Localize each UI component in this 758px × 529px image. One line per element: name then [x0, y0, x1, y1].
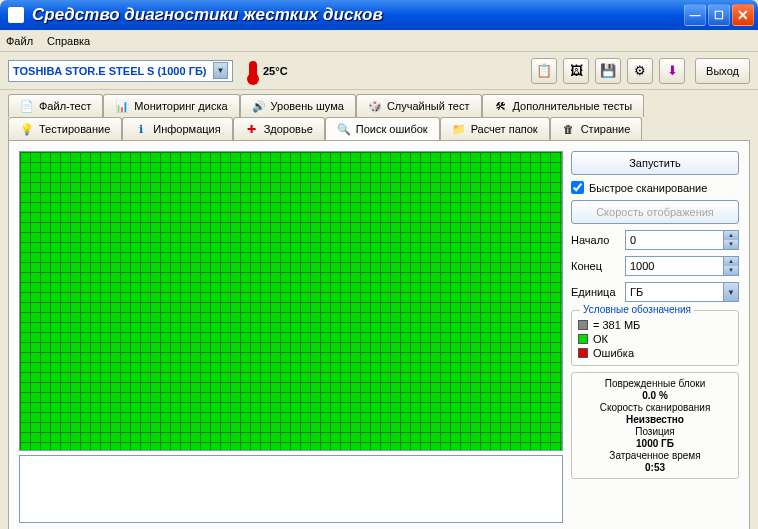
tab-extra[interactable]: 🛠Дополнительные тесты — [482, 94, 645, 117]
tab-health[interactable]: ✚Здоровье — [233, 117, 325, 140]
end-input[interactable]: ▲▼ — [625, 256, 739, 276]
legend: Условные обозначения = 381 МБ ОК Ошибка — [571, 310, 739, 366]
unit-label: Единица — [571, 286, 619, 298]
temperature-value: 25°C — [263, 65, 288, 77]
chevron-down-icon: ▼ — [213, 62, 228, 79]
exit-button[interactable]: Выход — [695, 58, 750, 84]
content: Запустить Быстрое сканирование Скорость … — [8, 140, 750, 529]
close-button[interactable]: ✕ — [732, 4, 754, 26]
quick-scan-checkbox[interactable]: Быстрое сканирование — [571, 181, 739, 194]
tab-noise[interactable]: 🔊Уровень шума — [240, 94, 356, 117]
settings-button[interactable]: ⚙ — [627, 58, 653, 84]
plus-icon: ✚ — [245, 122, 259, 136]
log-area — [19, 455, 563, 523]
search-icon: 🔍 — [337, 122, 351, 136]
tab-testing[interactable]: 💡Тестирование — [8, 117, 122, 140]
maximize-button[interactable]: ☐ — [708, 4, 730, 26]
tabs-top: 📄Файл-тест 📊Мониторинг диска 🔊Уровень шу… — [8, 94, 750, 117]
run-button[interactable]: Запустить — [571, 151, 739, 175]
tab-folders[interactable]: 📁Расчет папок — [440, 117, 550, 140]
end-label: Конец — [571, 260, 619, 272]
start-label: Начало — [571, 234, 619, 246]
speaker-icon: 🔊 — [252, 99, 266, 113]
unit-select[interactable]: ГБ ▼ — [625, 282, 739, 302]
stats: Поврежденные блоки 0.0 % Скорость сканир… — [571, 372, 739, 479]
menubar: Файл Справка — [0, 30, 758, 52]
screenshot-button[interactable]: 🖼 — [563, 58, 589, 84]
square-icon — [578, 320, 588, 330]
chevron-down-icon: ▼ — [723, 283, 738, 301]
folder-icon: 📁 — [452, 122, 466, 136]
update-button[interactable]: ⬇ — [659, 58, 685, 84]
tab-info[interactable]: ℹИнформация — [122, 117, 232, 140]
tab-random[interactable]: 🎲Случайный тест — [356, 94, 482, 117]
spin-down-icon[interactable]: ▼ — [723, 240, 738, 249]
spin-up-icon[interactable]: ▲ — [723, 231, 738, 240]
chart-icon: 📊 — [115, 99, 129, 113]
info-icon: ℹ — [134, 122, 148, 136]
tools-icon: 🛠 — [494, 99, 508, 113]
start-input[interactable]: ▲▼ — [625, 230, 739, 250]
drive-select-value: TOSHIBA STOR.E STEEL S (1000 ГБ) — [13, 65, 206, 77]
block-grid — [19, 151, 563, 451]
spin-up-icon[interactable]: ▲ — [723, 257, 738, 266]
bulb-icon: 💡 — [20, 122, 34, 136]
tab-erase[interactable]: 🗑Стирание — [550, 117, 643, 140]
thermometer-icon — [249, 61, 257, 81]
toolbar: TOSHIBA STOR.E STEEL S (1000 ГБ) ▼ 25°C … — [0, 52, 758, 90]
spin-down-icon[interactable]: ▼ — [723, 266, 738, 275]
save-button[interactable]: 💾 — [595, 58, 621, 84]
tab-errors[interactable]: 🔍Поиск ошибок — [325, 117, 440, 140]
trash-icon: 🗑 — [562, 122, 576, 136]
app-icon — [8, 7, 24, 23]
window-title: Средство диагностики жестких дисков — [28, 5, 684, 25]
dice-icon: 🎲 — [368, 99, 382, 113]
tabs-bottom: 💡Тестирование ℹИнформация ✚Здоровье 🔍Пои… — [8, 117, 750, 140]
menu-file[interactable]: Файл — [6, 35, 33, 47]
minimize-button[interactable]: — — [684, 4, 706, 26]
temperature: 25°C — [249, 61, 288, 81]
copy-button[interactable]: 📋 — [531, 58, 557, 84]
tab-monitoring[interactable]: 📊Мониторинг диска — [103, 94, 239, 117]
display-speed-button: Скорость отображения — [571, 200, 739, 224]
drive-select[interactable]: TOSHIBA STOR.E STEEL S (1000 ГБ) ▼ — [8, 60, 233, 82]
tab-file-test[interactable]: 📄Файл-тест — [8, 94, 103, 117]
file-icon: 📄 — [20, 99, 34, 113]
square-icon — [578, 348, 588, 358]
square-icon — [578, 334, 588, 344]
menu-help[interactable]: Справка — [47, 35, 90, 47]
titlebar: Средство диагностики жестких дисков — ☐ … — [0, 0, 758, 30]
